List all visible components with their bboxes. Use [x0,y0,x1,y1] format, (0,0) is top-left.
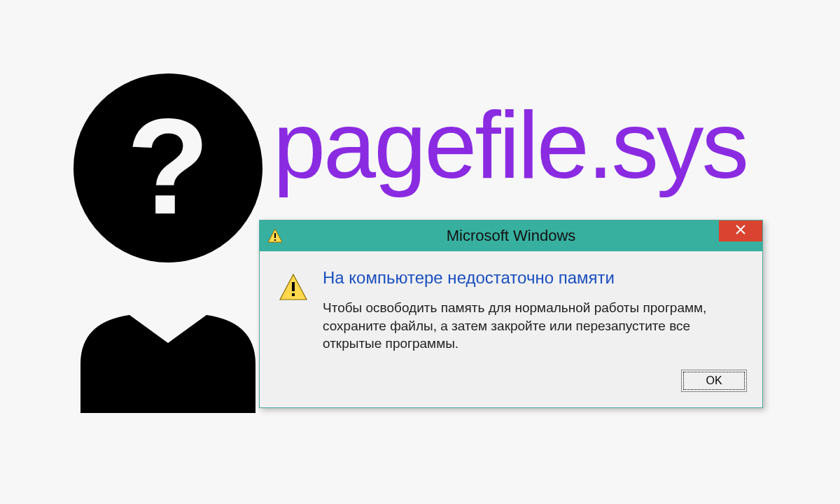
dialog-title: Microsoft Windows [447,227,576,245]
dialog-body: На компьютере недостаточно памяти Чтобы … [260,251,762,363]
close-icon [736,225,746,237]
dialog-footer: OK [260,363,762,407]
svg-rect-2 [274,233,276,238]
dialog-titlebar[interactable]: Microsoft Windows [260,220,762,251]
svg-rect-7 [292,293,295,296]
dialog-message: Чтобы освободить память для нормальной р… [323,299,744,353]
ok-button[interactable]: OK [681,370,747,392]
close-button[interactable] [719,220,762,241]
svg-rect-3 [274,239,276,241]
question-person-icon: ? [70,63,266,413]
warning-triangle-icon [267,227,284,244]
warning-triangle-icon [278,272,309,303]
page-headline: pagefile.sys [273,91,747,200]
svg-rect-6 [292,282,295,291]
svg-text:?: ? [126,90,209,242]
dialog-heading: На компьютере недостаточно памяти [323,268,744,288]
warning-dialog: Microsoft Windows На компьютере недостат… [259,220,763,408]
